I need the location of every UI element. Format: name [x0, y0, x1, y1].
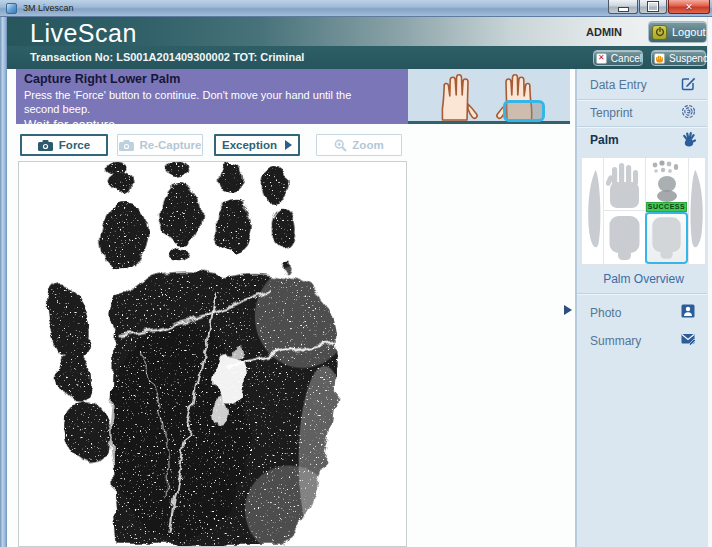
exception-button[interactable]: Exception [214, 134, 300, 156]
window-title: 3M Livescan [23, 3, 74, 13]
window-controls: ✕ [608, 0, 710, 14]
force-label: Force [59, 139, 90, 151]
tenprint-label: Tenprint [590, 106, 633, 120]
exception-label: Exception [222, 139, 277, 151]
suspend-icon [654, 53, 665, 64]
camera-icon [119, 140, 134, 151]
window-frame-right [707, 17, 712, 547]
minimize-button[interactable] [608, 0, 638, 14]
photo-icon [681, 304, 697, 320]
instruction-panel: Capture Right Lower Palm Press the 'Forc… [16, 69, 408, 124]
app-logo-text: LiveScan [30, 19, 137, 48]
power-icon [652, 25, 667, 40]
window-frame-left [0, 17, 7, 547]
instruction-title: Capture Right Lower Palm [24, 72, 400, 88]
edit-icon [681, 76, 697, 92]
camera-icon [38, 140, 53, 151]
grid-line [603, 158, 604, 264]
recapture-label: Re-Capture [140, 139, 202, 151]
exception-arrow-icon [285, 140, 292, 150]
logout-label: Logout [672, 26, 706, 38]
sidebar-item-tenprint[interactable]: Tenprint [575, 100, 707, 127]
zoom-button[interactable]: Zoom [316, 134, 402, 156]
left-writer-palm-thumb[interactable] [584, 164, 602, 258]
envelope-icon [681, 332, 697, 348]
palm-print-image [19, 162, 406, 546]
zoom-label: Zoom [352, 139, 383, 151]
app-icon [6, 3, 17, 14]
suspend-label: Suspend [669, 53, 708, 64]
hands-outline-graphic [408, 69, 570, 121]
close-button[interactable]: ✕ [668, 0, 710, 14]
palm-overview-link[interactable]: Palm Overview [581, 272, 706, 286]
right-lower-palm-active-thumb[interactable] [645, 212, 688, 264]
data-entry-label: Data Entry [590, 78, 647, 92]
capture-region-highlight [503, 100, 545, 122]
palm-capture-image-area [18, 161, 407, 547]
sidebar-item-photo[interactable]: Photo [575, 300, 707, 327]
hand-icon [681, 131, 697, 147]
hands-diagram [408, 69, 570, 124]
minimize-icon [618, 7, 629, 12]
instruction-status: Wait for capture [24, 117, 400, 132]
sidebar-item-palm[interactable]: Palm [575, 127, 707, 154]
force-button[interactable]: Force [20, 134, 108, 156]
logout-button[interactable]: Logout [648, 21, 707, 43]
close-icon: ✕ [685, 2, 693, 12]
application-window: 3M Livescan ✕ LiveScan ADMIN Logout Tran… [0, 0, 712, 547]
title-bar: 3M Livescan ✕ [0, 0, 712, 17]
instruction-body: Press the 'Force' button to continue. Do… [24, 88, 384, 117]
left-lower-palm-thumb[interactable] [606, 214, 644, 262]
right-writer-palm-thumb[interactable] [689, 164, 707, 258]
recapture-button[interactable]: Re-Capture [117, 134, 203, 156]
transaction-label: Transaction No: LS001A201409300002 TOT: … [30, 51, 304, 63]
logged-in-user-label: ADMIN [586, 26, 622, 38]
right-lower-palm-silhouette [649, 215, 685, 261]
sidebar-item-summary[interactable]: Summary [575, 328, 707, 355]
cancel-button[interactable]: ✕ Cancel [593, 50, 643, 66]
restore-button[interactable] [639, 0, 667, 14]
sidebar-item-data-entry[interactable]: Data Entry [575, 72, 707, 99]
restore-icon [648, 2, 658, 11]
palm-label: Palm [590, 133, 619, 147]
fingerprint-icon [681, 104, 697, 120]
magnifier-icon [334, 139, 347, 152]
right-upper-palm-captured-thumb[interactable] [648, 159, 687, 203]
palm-overview-panel: SUCCESS [581, 157, 706, 265]
cancel-icon: ✕ [596, 53, 607, 64]
cancel-label: Cancel [611, 53, 642, 64]
status-badge: SUCCESS [646, 202, 687, 212]
sidebar-collapse-arrow-icon[interactable] [564, 305, 572, 315]
grid-line [603, 210, 646, 211]
suspend-button[interactable]: Suspend [651, 50, 706, 66]
left-upper-palm-thumb[interactable] [606, 161, 644, 209]
photo-label: Photo [590, 306, 621, 320]
summary-label: Summary [590, 334, 641, 348]
sidebar-divider [577, 293, 707, 295]
